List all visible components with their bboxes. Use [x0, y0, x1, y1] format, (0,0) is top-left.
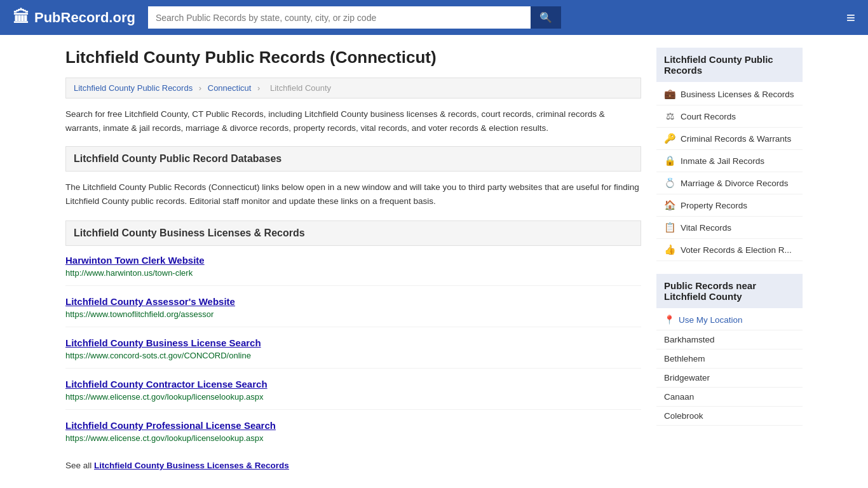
page-container: Litchfield County Public Records (Connec…	[53, 35, 815, 483]
scales-icon: ⚖	[664, 111, 675, 122]
record-entry-5: Litchfield County Professional License S…	[65, 420, 641, 451]
sidebar-link-marriage[interactable]: Marriage & Divorce Records	[681, 179, 789, 188]
search-button[interactable]: 🔍	[531, 6, 561, 29]
record-entry-1: Harwinton Town Clerk Website http://www.…	[65, 255, 641, 286]
nearby-item-bridgewater[interactable]: Bridgewater	[656, 369, 803, 388]
breadcrumb-sep-2: ›	[257, 83, 260, 93]
sidebar-link-inmate[interactable]: Inmate & Jail Records	[681, 156, 764, 166]
sidebar-link-property[interactable]: Property Records	[681, 201, 747, 210]
record-title-4[interactable]: Litchfield County Contractor License Sea…	[65, 379, 641, 390]
nearby-item-barkhamsted[interactable]: Barkhamsted	[656, 330, 803, 349]
sidebar-link-voter[interactable]: Voter Records & Election R...	[681, 245, 792, 255]
nearby-item-bethlehem[interactable]: Bethlehem	[656, 349, 803, 369]
db-section-heading: Litchfield County Public Record Database…	[65, 146, 641, 172]
record-title-3[interactable]: Litchfield County Business License Searc…	[65, 337, 641, 348]
record-entry-4: Litchfield County Contractor License Sea…	[65, 379, 641, 410]
sidebar-link-court[interactable]: Court Records	[681, 112, 736, 121]
record-title-5[interactable]: Litchfield County Professional License S…	[65, 420, 641, 431]
use-location[interactable]: 📍 Use My Location	[656, 309, 803, 330]
main-content: Litchfield County Public Records (Connec…	[65, 48, 641, 470]
see-all-link[interactable]: Litchfield County Business Licenses & Re…	[94, 461, 289, 470]
sidebar: Litchfield County Public Records 💼 Busin…	[656, 48, 803, 470]
house-icon: 🏠	[664, 200, 675, 211]
logo-text: PubRecord.org	[34, 10, 135, 26]
record-entry-2: Litchfield County Assessor's Website htt…	[65, 296, 641, 327]
record-entry-3: Litchfield County Business License Searc…	[65, 337, 641, 369]
sidebar-link-business[interactable]: Business Licenses & Records	[681, 90, 794, 99]
record-url-1: http://www.harwinton.us/town-clerk	[65, 268, 193, 278]
nearby-item-canaan[interactable]: Canaan	[656, 388, 803, 407]
sidebar-link-vital[interactable]: Vital Records	[681, 223, 731, 233]
sidebar-item-inmate[interactable]: 🔒 Inmate & Jail Records	[656, 150, 803, 172]
sidebar-item-voter[interactable]: 👍 Voter Records & Election R...	[656, 239, 803, 261]
sidebar-item-court[interactable]: ⚖ Court Records	[656, 105, 803, 128]
record-url-4: https://www.elicense.ct.gov/lookup/licen…	[65, 392, 263, 402]
sidebar-nearby-title: Public Records near Litchfield County	[656, 274, 803, 308]
nearby-item-colebrook[interactable]: Colebrook	[656, 407, 803, 426]
search-input[interactable]	[148, 6, 531, 29]
sidebar-link-criminal[interactable]: Criminal Records & Warrants	[681, 134, 791, 144]
briefcase-icon: 💼	[664, 88, 675, 100]
record-url-3: https://www.concord-sots.ct.gov/CONCORD/…	[65, 351, 251, 360]
breadcrumb: Litchfield County Public Records › Conne…	[65, 78, 641, 98]
sidebar-item-vital[interactable]: 📋 Vital Records	[656, 217, 803, 239]
site-logo[interactable]: 🏛 PubRecord.org	[13, 8, 135, 27]
ring-icon: 💍	[664, 177, 675, 189]
clipboard-icon: 📋	[664, 222, 675, 233]
db-description: The Litchfield County Public Records (Co…	[65, 180, 641, 208]
business-section-heading: Litchfield County Business Licenses & Re…	[65, 220, 641, 246]
sidebar-records-section: Litchfield County Public Records 💼 Busin…	[656, 48, 803, 261]
breadcrumb-sep-1: ›	[199, 83, 201, 93]
sidebar-item-marriage[interactable]: 💍 Marriage & Divorce Records	[656, 172, 803, 194]
key-icon: 🔑	[664, 133, 675, 144]
page-title: Litchfield County Public Records (Connec…	[65, 48, 641, 67]
breadcrumb-connecticut[interactable]: Connecticut	[208, 83, 252, 93]
page-description: Search for free Litchfield County, CT Pu…	[65, 107, 641, 135]
sidebar-nearby-section: Public Records near Litchfield County 📍 …	[656, 274, 803, 426]
logo-icon: 🏛	[13, 8, 29, 27]
breadcrumb-public-records[interactable]: Litchfield County Public Records	[74, 83, 193, 93]
location-pin-icon: 📍	[664, 315, 675, 325]
menu-icon[interactable]: ≡	[846, 9, 855, 27]
breadcrumb-litchfield: Litchfield County	[270, 83, 331, 93]
search-bar: 🔍	[148, 6, 561, 29]
sidebar-item-business[interactable]: 💼 Business Licenses & Records	[656, 83, 803, 105]
thumbsup-icon: 👍	[664, 244, 675, 255]
sidebar-item-criminal[interactable]: 🔑 Criminal Records & Warrants	[656, 128, 803, 150]
header: 🏛 PubRecord.org 🔍 ≡	[0, 0, 868, 35]
record-title-2[interactable]: Litchfield County Assessor's Website	[65, 296, 641, 307]
see-all-text: See all Litchfield County Business Licen…	[65, 461, 641, 470]
record-url-2: https://www.townoflitchfield.org/assesso…	[65, 309, 214, 319]
record-url-5: https://www.elicense.ct.gov/lookup/licen…	[65, 433, 263, 443]
record-title-1[interactable]: Harwinton Town Clerk Website	[65, 255, 641, 266]
sidebar-item-property[interactable]: 🏠 Property Records	[656, 194, 803, 217]
sidebar-records-title: Litchfield County Public Records	[656, 48, 803, 82]
use-location-label: Use My Location	[679, 315, 743, 325]
lock-icon: 🔒	[664, 155, 675, 166]
